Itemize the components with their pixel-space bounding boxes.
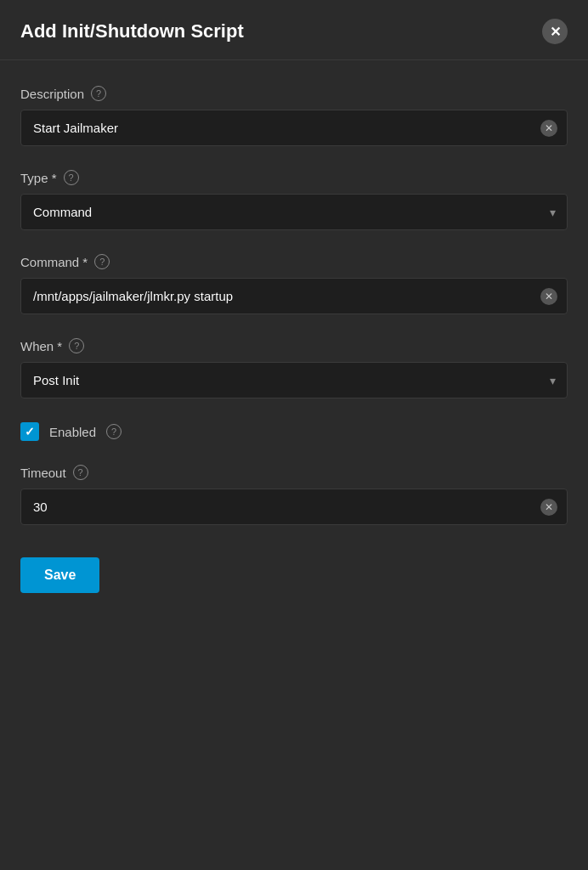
command-label: Command * ? [20, 254, 568, 269]
timeout-input[interactable] [20, 489, 568, 525]
timeout-help-icon[interactable]: ? [73, 465, 88, 480]
command-input-wrapper: ✕ [20, 278, 568, 314]
save-button[interactable]: Save [20, 557, 99, 593]
when-label: When * ? [20, 338, 568, 353]
when-select[interactable]: Post Init Pre Init Post Shutdown Pre Shu… [20, 362, 568, 398]
when-select-wrapper: Post Init Pre Init Post Shutdown Pre Shu… [20, 362, 568, 398]
description-clear-button[interactable]: ✕ [540, 120, 557, 137]
timeout-clear-button[interactable]: ✕ [540, 499, 557, 516]
timeout-clear-icon: ✕ [545, 501, 553, 513]
modal-header: Add Init/Shutdown Script ✕ [0, 0, 588, 60]
save-label: Save [44, 568, 76, 582]
close-button[interactable]: ✕ [542, 19, 568, 44]
command-help-icon[interactable]: ? [94, 254, 110, 269]
when-group: When * ? Post Init Pre Init Post Shutdow… [20, 338, 568, 398]
type-label-text: Type * [20, 171, 57, 185]
timeout-label-text: Timeout [20, 466, 66, 480]
description-input-wrapper: ✕ [20, 110, 568, 146]
command-label-text: Command * [20, 255, 88, 269]
enabled-checkmark: ✓ [25, 425, 35, 438]
when-label-text: When * [20, 339, 62, 353]
command-input[interactable] [20, 278, 568, 314]
close-icon: ✕ [550, 24, 561, 40]
description-label: Description ? [20, 86, 568, 101]
modal-title: Add Init/Shutdown Script [20, 20, 244, 42]
description-clear-icon: ✕ [545, 122, 553, 134]
type-select-wrapper: Command Script ▾ [20, 194, 568, 230]
description-input[interactable] [20, 110, 568, 146]
type-select[interactable]: Command Script [20, 194, 568, 230]
enabled-group: ✓ Enabled ? [20, 422, 568, 441]
timeout-input-wrapper: ✕ [20, 489, 568, 525]
timeout-group: Timeout ? ✕ [20, 465, 568, 525]
description-help-icon[interactable]: ? [91, 86, 106, 101]
enabled-help-icon[interactable]: ? [106, 424, 122, 439]
type-label: Type * ? [20, 170, 568, 185]
enabled-checkbox[interactable]: ✓ [20, 422, 39, 441]
when-help-icon[interactable]: ? [69, 338, 84, 353]
enabled-label-text: Enabled [49, 425, 96, 439]
description-label-text: Description [20, 87, 84, 101]
modal-body: Description ? ✕ Type * ? [0, 60, 588, 619]
command-group: Command * ? ✕ [20, 254, 568, 314]
command-clear-icon: ✕ [545, 291, 553, 302]
add-script-modal: Add Init/Shutdown Script ✕ Description ?… [0, 0, 588, 870]
description-group: Description ? ✕ [20, 86, 568, 146]
type-group: Type * ? Command Script ▾ [20, 170, 568, 230]
command-clear-button[interactable]: ✕ [540, 288, 557, 305]
type-help-icon[interactable]: ? [64, 170, 79, 185]
timeout-label: Timeout ? [20, 465, 568, 480]
